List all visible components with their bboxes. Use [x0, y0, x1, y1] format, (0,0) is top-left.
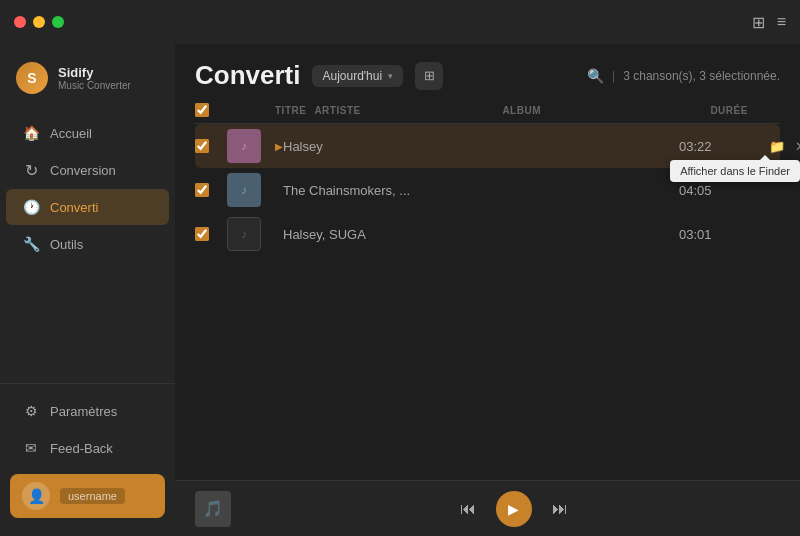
status-text: 3 chanson(s), 3 sélectionnée. — [623, 69, 780, 83]
track-duration-2: 04:05 — [679, 183, 759, 198]
track-thumbnail-2: ♪ — [227, 173, 261, 207]
folder-icon[interactable]: 📁 — [767, 137, 787, 156]
app-logo: S Sidify Music Converter — [0, 54, 175, 110]
col-titre: TITRE — [275, 105, 306, 116]
track-table: TITRE ARTISTE ALBUM DURÉE ♪ ▶ Without Me… — [175, 91, 800, 480]
minimize-button[interactable] — [33, 16, 45, 28]
track-artist-1: Halsey — [283, 139, 463, 154]
sidebar-item-parametres[interactable]: ⚙ Paramètres — [6, 393, 169, 429]
play-icon: ▶ — [275, 141, 283, 152]
close-button[interactable] — [14, 16, 26, 28]
sidebar-label-converti: Converti — [50, 200, 98, 215]
player-art: 🎵 — [195, 491, 231, 527]
maximize-button[interactable] — [52, 16, 64, 28]
track-checkbox-1[interactable] — [195, 139, 209, 153]
grid-icon: ⊞ — [424, 68, 435, 83]
content-header: Converti Aujourd'hui ▾ ⊞ 🔍 | 3 chanson(s… — [175, 44, 800, 91]
track-artist-3: Halsey, SUGA — [283, 227, 463, 242]
play-pause-button[interactable]: ▶ — [496, 491, 532, 527]
conversion-icon: ↻ — [22, 161, 40, 179]
sidebar-label-accueil: Accueil — [50, 126, 92, 141]
header-right: 🔍 | 3 chanson(s), 3 sélectionnée. — [587, 68, 780, 84]
date-filter-dropdown[interactable]: Aujourd'hui ▾ — [312, 65, 403, 87]
settings-icon: ⚙ — [22, 402, 40, 420]
user-name: username — [60, 488, 125, 504]
sidebar-label-conversion: Conversion — [50, 163, 116, 178]
sidebar-label-outils: Outils — [50, 237, 83, 252]
grid-toggle-button[interactable]: ⊞ — [415, 62, 443, 90]
titlebar: ⊞ ≡ — [0, 0, 800, 44]
chevron-down-icon: ▾ — [388, 71, 393, 81]
col-album: ALBUM — [502, 105, 702, 116]
sidebar-item-converti[interactable]: 🕐 Converti — [6, 189, 169, 225]
track-duration-3: 03:01 — [679, 227, 759, 242]
mail-icon: ✉ — [22, 439, 40, 457]
sidebar-label-feedback: Feed-Back — [50, 441, 113, 456]
home-icon: 🏠 — [22, 124, 40, 142]
app-name: Sidify — [58, 65, 131, 80]
next-button[interactable]: ⏭ — [552, 500, 568, 518]
track-artist-2: The Chainsmokers, ... — [283, 183, 463, 198]
sidebar-item-feedback[interactable]: ✉ Feed-Back — [6, 430, 169, 466]
search-icon[interactable]: 🔍 — [587, 68, 604, 84]
sidebar-nav: 🏠 Accueil ↻ Conversion 🕐 Converti 🔧 Outi… — [0, 110, 175, 383]
track-duration-1: 03:22 — [679, 139, 759, 154]
logo-text: Sidify Music Converter — [58, 65, 131, 91]
tools-icon: 🔧 — [22, 235, 40, 253]
finder-tooltip: Afficher dans le Finder — [670, 160, 800, 182]
track-thumbnail-1: ♪ — [227, 129, 261, 163]
sidebar-item-accueil[interactable]: 🏠 Accueil — [6, 115, 169, 151]
grid-view-icon[interactable]: ⊞ — [752, 13, 765, 32]
user-card[interactable]: 👤 username — [10, 474, 165, 518]
track-checkbox-3[interactable] — [195, 227, 209, 241]
previous-button[interactable]: ⏮ — [460, 500, 476, 518]
table-header: TITRE ARTISTE ALBUM DURÉE — [195, 99, 780, 124]
track-checkbox-2[interactable] — [195, 183, 209, 197]
sidebar-item-outils[interactable]: 🔧 Outils — [6, 226, 169, 262]
sidebar-item-conversion[interactable]: ↻ Conversion — [6, 152, 169, 188]
table-row[interactable]: ♪ Lilith (feat. SUGA of BTS) (Dia... Hal… — [195, 212, 780, 256]
divider: | — [612, 69, 615, 83]
main-content: Converti Aujourd'hui ▾ ⊞ 🔍 | 3 chanson(s… — [175, 44, 800, 536]
player-bar: 🎵 ⏮ ▶ ⏭ — [175, 480, 800, 536]
close-icon[interactable]: ✕ — [793, 137, 800, 156]
page-title: Converti — [195, 60, 300, 91]
table-row[interactable]: ♪ ▶ Without Me Halsey 03:22 📁 ✕ Afficher… — [195, 124, 780, 168]
menu-icon[interactable]: ≡ — [777, 13, 786, 31]
user-avatar: 👤 — [22, 482, 50, 510]
music-note-icon: 🎵 — [203, 499, 223, 518]
traffic-lights — [14, 16, 64, 28]
sidebar-bottom: ⚙ Paramètres ✉ Feed-Back 👤 username — [0, 383, 175, 526]
track-thumbnail-3: ♪ — [227, 217, 261, 251]
app-subtitle: Music Converter — [58, 80, 131, 91]
date-filter-label: Aujourd'hui — [322, 69, 382, 83]
player-controls: ⏮ ▶ ⏭ — [460, 491, 568, 527]
col-artiste: ARTISTE — [314, 105, 494, 116]
sidebar: S Sidify Music Converter 🏠 Accueil ↻ Con… — [0, 44, 175, 536]
app-body: S Sidify Music Converter 🏠 Accueil ↻ Con… — [0, 44, 800, 536]
sidebar-label-parametres: Paramètres — [50, 404, 117, 419]
logo-avatar: S — [16, 62, 48, 94]
clock-icon: 🕐 — [22, 198, 40, 216]
col-duree: DURÉE — [710, 105, 790, 116]
track-actions-1: 📁 ✕ Afficher dans le Finder — [767, 137, 800, 156]
select-all-checkbox[interactable] — [195, 103, 209, 117]
titlebar-right: ⊞ ≡ — [752, 13, 786, 32]
